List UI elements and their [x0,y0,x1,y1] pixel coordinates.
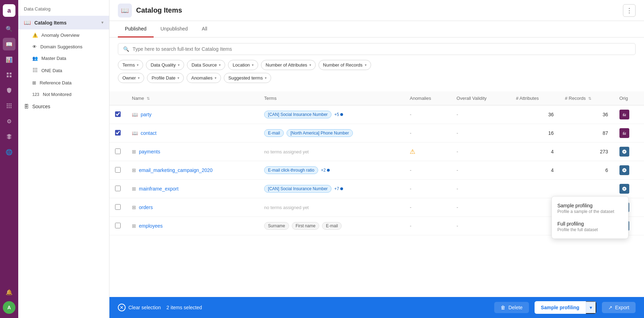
content-area: Published Unpublished All 🔍 Terms ▾ Data… [109,21,644,297]
full-profiling-option[interactable]: Full profiling Profile the full dataset [552,217,628,236]
user-avatar[interactable]: A [3,301,15,314]
filter-owner[interactable]: Owner ▾ [118,73,144,83]
sidebar-item-master-data[interactable]: 👥 Master Data [18,53,109,64]
rail-shield-icon[interactable] [3,84,15,97]
top-header: 📖 Catalog Items ⋮ [109,0,644,21]
attributes-cell: 4 [510,161,559,180]
rail-chart-icon[interactable]: 📊 [3,53,15,66]
rail-search-icon[interactable]: 🔍 [3,22,15,35]
validity-cell: - [451,180,510,198]
tag-email2[interactable]: E-mail [322,222,342,230]
rail-grid-icon[interactable] [3,99,15,112]
anomaly-cell: - [404,180,451,198]
col-records[interactable]: # Records ⇅ [559,91,613,105]
sidebar-item-catalog-items[interactable]: 📖 Catalog Items ▾ [18,16,109,29]
rail-bell-icon[interactable]: 🔔 [3,286,15,298]
export-label: Export [615,305,629,310]
item-name-payments[interactable]: ⊞ payments [132,149,253,154]
rail-data-icon[interactable] [3,69,15,81]
clear-selection-button[interactable]: ✕ Clear selection [118,304,161,311]
delete-button[interactable]: 🗑 Delete [494,302,529,313]
row-checkbox[interactable] [115,111,121,117]
filter-suggested-terms[interactable]: Suggested terms ▾ [224,73,271,83]
tab-unpublished[interactable]: Unpublished [154,21,195,37]
filter-data-quality-label: Data Quality [150,62,176,68]
filter-location[interactable]: Location ▾ [228,60,258,70]
row-checkbox[interactable] [115,167,121,173]
tag-firstname[interactable]: First name [292,222,320,230]
sidebar-item-one-data[interactable]: ONE Data [18,64,109,77]
origin-icon [619,110,629,119]
col-name[interactable]: Name ⇅ [126,91,259,105]
row-checkbox[interactable] [115,204,121,210]
item-name-mainframe[interactable]: ⊞ mainframe_export [132,186,253,192]
item-name-orders[interactable]: ⊞ orders [132,205,253,210]
rail-settings-icon[interactable]: ⚙ [3,115,15,127]
filter-anomalies[interactable]: Anomalies ▾ [187,73,221,83]
book-icon: 📖 [132,112,138,117]
row-checkbox[interactable] [115,148,121,154]
rail-globe-icon[interactable]: 🌐 [3,146,15,158]
sidebar-item-reference-data[interactable]: ⊞ Reference Data [18,77,109,89]
filter-terms[interactable]: Terms ▾ [118,60,143,70]
rail-layers-icon[interactable] [3,130,15,143]
plus-badge: +2 [321,168,330,173]
records-cell: 87 [559,124,613,143]
filter-data-source[interactable]: Data Source ▾ [187,60,225,70]
row-checkbox[interactable] [115,186,121,191]
sample-profiling-subtitle: Profile a sample of the dataset [557,209,623,214]
records-cell: 6 [559,161,613,180]
tabs-row: Published Unpublished All [109,21,644,37]
export-button[interactable]: ↗ Export [602,302,636,313]
item-name-email-marketing[interactable]: ⊞ email_marketing_campaign_2020 [132,167,253,173]
filter-profile-date[interactable]: Profile Date ▾ [147,73,184,83]
page-icon: 📖 [118,4,132,18]
row-checkbox[interactable] [115,223,121,228]
anomaly-cell: - [404,105,451,124]
more-options-button[interactable]: ⋮ [623,4,636,17]
item-name-party[interactable]: 📖 party [132,112,253,117]
sidebar-item-not-monitored[interactable]: 123 Not Monitored [18,89,109,100]
attributes-cell: 16 [510,124,559,143]
left-rail: a 🔍 📖 📊 ⚙ 🌐 🔔 A [0,0,18,318]
reference-label: Reference Data [40,80,72,85]
sample-profiling-caret-button[interactable]: ▾ [586,301,596,314]
table-icon: ⊞ [132,186,136,192]
tab-all[interactable]: All [195,21,214,37]
validity-cell: - [451,124,510,143]
tag-email[interactable]: E-mail [264,129,284,137]
reference-icon: ⊞ [32,80,36,85]
tag-phone[interactable]: [North America] Phone Number [287,129,353,137]
chevron-down-icon: ▾ [309,63,311,67]
tag-email-ctr[interactable]: E-mail click-through ratio [264,166,318,174]
filter-chips: Terms ▾ Data Quality ▾ Data Source ▾ Loc… [118,60,636,70]
validity-cell: - [451,143,510,161]
col-attributes[interactable]: # Attributes [510,91,559,105]
sidebar-item-domain-suggestions[interactable]: 👁 Domain Suggestions [18,41,109,53]
table-row: ⊞ email_marketing_campaign_2020 E-mail c… [109,161,644,180]
sample-profiling-button[interactable]: Sample profiling [535,302,586,313]
item-name-employees[interactable]: ⊞ employees [132,223,253,229]
origin-pg-icon [619,165,629,175]
validity-cell: - [451,161,510,180]
rail-book-icon[interactable]: 📖 [3,38,15,50]
sample-profiling-option[interactable]: Sample profiling Profile a sample of the… [552,199,628,217]
filter-suggested-terms-label: Suggested terms [228,75,263,81]
tag-can-sin[interactable]: [CAN] Social Insurance Number [264,111,331,118]
row-checkbox[interactable] [115,130,121,136]
app-logo[interactable]: a [3,4,15,17]
sidebar-item-sources[interactable]: 🗄 Sources [18,100,109,113]
search-input[interactable] [133,46,630,52]
domain-label: Domain Suggestions [40,44,82,49]
filter-data-quality[interactable]: Data Quality ▾ [146,60,184,70]
item-name-contact[interactable]: 📖 contact [132,130,253,136]
filter-num-attributes[interactable]: Number of Attributes ▾ [261,60,316,70]
tag-can-sin2[interactable]: [CAN] Social Insurance Number [264,185,331,193]
tab-published[interactable]: Published [118,21,154,37]
tag-surname[interactable]: Surname [264,222,289,230]
chevron-down-icon: ▾ [252,63,254,67]
records-cell: 273 [559,143,613,161]
sidebar-item-anomaly-overview[interactable]: ⚠️ Anomaly Overview [18,29,109,41]
attributes-cell: 4 [510,143,559,161]
filter-num-records[interactable]: Number of Records ▾ [318,60,371,70]
